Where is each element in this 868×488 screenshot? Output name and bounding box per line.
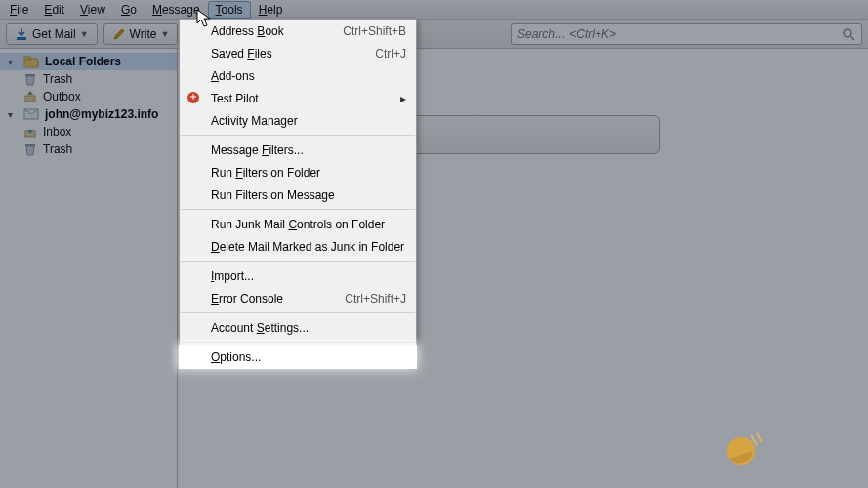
write-label: Write [130,27,157,41]
watermark-logo [722,429,848,468]
menu-separator [181,209,415,210]
menu-item-label: Test Pilot [211,92,259,105]
menu-item-label: Delete Mail Marked as Junk in Folder [211,240,404,254]
menu-item[interactable]: Activity Manager [180,109,416,132]
svg-rect-4 [24,57,30,60]
trash-icon [23,72,37,86]
menu-shortcut: Ctrl+Shift+J [345,292,406,305]
tree-item[interactable]: ▾Local Folders [0,53,177,70]
trash-icon [23,142,37,156]
menu-item[interactable]: Saved FilesCtrl+J [180,42,416,64]
tree-item-label: Local Folders [45,55,121,68]
menu-shortcut: Ctrl+Shift+B [343,24,406,38]
search-icon[interactable] [842,27,855,41]
menu-view[interactable]: View [72,1,113,19]
tree-item-label: Trash [43,142,72,156]
tree-item-label: Trash [43,72,72,86]
menu-help[interactable]: Help [251,1,291,19]
menu-item[interactable]: Error ConsoleCtrl+Shift+J [180,287,416,309]
menu-item: Run Filters on Message [180,183,416,206]
menu-item[interactable]: Account Settings... [180,316,416,339]
tree-item[interactable]: ▾john@mybiz123.info [0,105,177,123]
menu-item-label: Run Junk Mail Controls on Folder [211,218,385,231]
menu-tools[interactable]: Tools [208,1,251,19]
tree-item-label: john@mybiz123.info [45,107,158,121]
mail-icon [23,108,39,120]
tree-item[interactable]: Inbox [0,123,177,141]
menu-item[interactable]: Import... [180,264,416,287]
get-mail-button[interactable]: Get Mail ▼ [6,23,98,45]
menu-item: Run Junk Mail Controls on Folder [180,213,416,235]
chevron-down-icon: ▼ [80,29,89,39]
expand-icon[interactable]: ▾ [8,109,18,120]
pilot-icon [186,90,201,105]
menu-separator [181,342,415,343]
menu-item-label: Add-ons [211,69,255,83]
menu-go[interactable]: Go [113,1,145,19]
inbox-icon [23,125,37,139]
menu-item: Delete Mail Marked as Junk in Folder [180,235,416,258]
mouse-cursor [196,9,212,28]
svg-rect-0 [17,37,26,40]
chevron-down-icon: ▼ [160,29,169,39]
tree-item[interactable]: Trash [0,70,177,88]
menu-item[interactable]: Options... [180,346,416,368]
expand-icon[interactable]: ▾ [8,57,18,67]
menu-item[interactable]: Add-ons [180,64,416,87]
tree-item-label: Inbox [43,125,71,139]
tree-item[interactable]: Trash [0,141,177,158]
menu-item-label: Address Book [211,24,284,38]
folder-icon [23,55,39,68]
menu-separator [181,135,415,136]
write-button[interactable]: Write ▼ [103,23,179,45]
tree-item-label: Outbox [43,90,81,103]
menu-item-label: Activity Manager [211,114,298,128]
menu-item-label: Account Settings... [211,321,309,335]
menu-shortcut: Ctrl+J [375,47,406,61]
menu-item[interactable]: Test Pilot▸ [180,87,416,109]
submenu-arrow-icon: ▸ [400,92,406,105]
search-box[interactable] [511,23,862,45]
menu-item-label: Saved Files [211,47,272,61]
search-input[interactable] [517,27,842,41]
folder-tree[interactable]: ▾Local FoldersTrashOutbox▾john@mybiz123.… [0,49,178,488]
menu-item-label: Error Console [211,292,283,305]
pencil-icon [112,27,126,41]
menu-file[interactable]: File [2,1,36,19]
tree-item[interactable]: Outbox [0,88,177,105]
svg-point-2 [844,29,851,37]
svg-rect-6 [25,96,35,102]
svg-rect-9 [25,144,35,146]
menu-edit[interactable]: Edit [36,1,72,19]
menu-item-label: Run Filters on Message [211,188,335,202]
toolbar: Get Mail ▼ Write ▼ [0,20,868,49]
tools-menu: Address BookCtrl+Shift+BSaved FilesCtrl+… [179,19,417,369]
menu-separator [181,312,415,313]
get-mail-label: Get Mail [32,27,76,41]
menubar: FileEditViewGoMessageToolsHelp [0,0,868,20]
menu-item: Run Filters on Folder [180,161,416,183]
menu-item-label: Import... [211,269,254,283]
menu-item-label: Message Filters... [211,143,304,157]
download-icon [15,27,28,41]
menu-item[interactable]: Message Filters... [180,139,416,161]
menu-separator [181,261,415,262]
menu-item[interactable]: Address BookCtrl+Shift+B [180,20,416,42]
outbox-icon [23,90,37,103]
menu-item-label: Options... [211,350,261,364]
menu-item-label: Run Filters on Folder [211,166,320,180]
svg-rect-5 [25,74,35,76]
